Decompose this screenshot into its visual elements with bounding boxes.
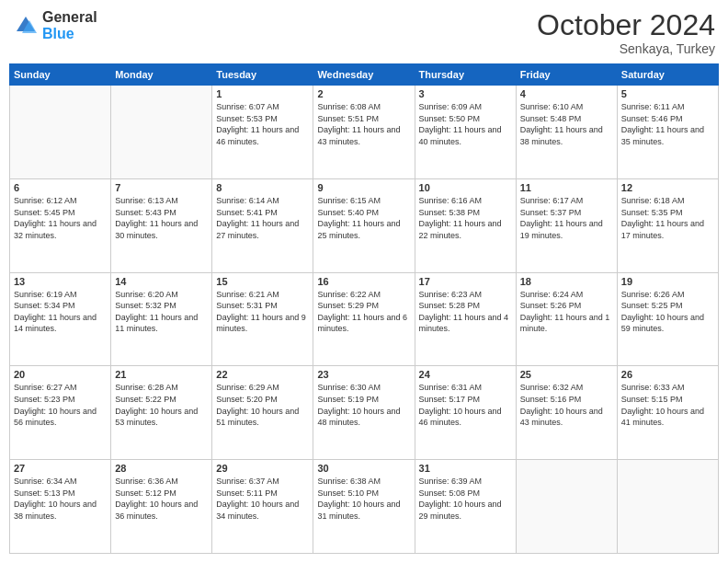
calendar-cell: 4Sunrise: 6:10 AM Sunset: 5:48 PM Daylig… <box>516 86 617 179</box>
cell-info: Sunrise: 6:32 AM Sunset: 5:16 PM Dayligh… <box>520 382 613 428</box>
cell-info: Sunrise: 6:12 AM Sunset: 5:45 PM Dayligh… <box>14 195 107 241</box>
cell-info: Sunrise: 6:19 AM Sunset: 5:34 PM Dayligh… <box>14 289 107 335</box>
cell-info: Sunrise: 6:27 AM Sunset: 5:23 PM Dayligh… <box>14 382 107 428</box>
day-number: 15 <box>216 276 309 287</box>
day-number: 23 <box>317 369 410 380</box>
calendar-cell: 9Sunrise: 6:15 AM Sunset: 5:40 PM Daylig… <box>313 178 415 272</box>
calendar-cell <box>516 460 617 554</box>
day-number: 13 <box>14 276 107 287</box>
weekday-header-wednesday: Wednesday <box>313 64 415 86</box>
cell-info: Sunrise: 6:37 AM Sunset: 5:11 PM Dayligh… <box>216 476 309 522</box>
cell-info: Sunrise: 6:26 AM Sunset: 5:25 PM Dayligh… <box>621 289 714 335</box>
weekday-header-sunday: Sunday <box>10 64 111 86</box>
calendar-cell <box>10 86 111 179</box>
day-number: 10 <box>419 182 512 193</box>
day-number: 5 <box>621 88 714 99</box>
cell-info: Sunrise: 6:15 AM Sunset: 5:40 PM Dayligh… <box>317 195 410 241</box>
day-number: 12 <box>621 182 714 193</box>
day-number: 4 <box>520 88 613 99</box>
calendar-cell: 16Sunrise: 6:22 AM Sunset: 5:29 PM Dayli… <box>313 272 415 366</box>
week-row-5: 27Sunrise: 6:34 AM Sunset: 5:13 PM Dayli… <box>10 460 719 554</box>
day-number: 26 <box>621 369 714 380</box>
day-number: 25 <box>520 369 613 380</box>
day-number: 8 <box>216 182 309 193</box>
logo-text: General Blue <box>42 9 97 41</box>
day-number: 2 <box>317 88 410 99</box>
weekday-header-friday: Friday <box>516 64 617 86</box>
cell-info: Sunrise: 6:34 AM Sunset: 5:13 PM Dayligh… <box>14 476 107 522</box>
cell-info: Sunrise: 6:17 AM Sunset: 5:37 PM Dayligh… <box>520 195 613 241</box>
calendar-cell: 23Sunrise: 6:30 AM Sunset: 5:19 PM Dayli… <box>313 366 415 460</box>
day-number: 9 <box>317 182 410 193</box>
cell-info: Sunrise: 6:10 AM Sunset: 5:48 PM Dayligh… <box>520 101 613 147</box>
title-block: October 2024 Senkaya, Turkey <box>537 9 715 56</box>
calendar-cell: 14Sunrise: 6:20 AM Sunset: 5:32 PM Dayli… <box>111 272 212 366</box>
cell-info: Sunrise: 6:36 AM Sunset: 5:12 PM Dayligh… <box>115 476 208 522</box>
cell-info: Sunrise: 6:30 AM Sunset: 5:19 PM Dayligh… <box>317 382 410 428</box>
month-title: October 2024 <box>537 9 715 41</box>
calendar-cell: 21Sunrise: 6:28 AM Sunset: 5:22 PM Dayli… <box>111 366 212 460</box>
calendar-cell: 17Sunrise: 6:23 AM Sunset: 5:28 PM Dayli… <box>415 272 516 366</box>
weekday-header-row: SundayMondayTuesdayWednesdayThursdayFrid… <box>10 64 719 86</box>
location-subtitle: Senkaya, Turkey <box>537 41 715 56</box>
cell-info: Sunrise: 6:28 AM Sunset: 5:22 PM Dayligh… <box>115 382 208 428</box>
calendar-cell: 11Sunrise: 6:17 AM Sunset: 5:37 PM Dayli… <box>516 178 617 272</box>
calendar-cell: 5Sunrise: 6:11 AM Sunset: 5:46 PM Daylig… <box>617 86 718 179</box>
calendar-cell: 27Sunrise: 6:34 AM Sunset: 5:13 PM Dayli… <box>10 460 111 554</box>
weekday-header-saturday: Saturday <box>617 64 718 86</box>
logo-icon <box>13 13 39 39</box>
day-number: 19 <box>621 276 714 287</box>
day-number: 21 <box>115 369 208 380</box>
cell-info: Sunrise: 6:09 AM Sunset: 5:50 PM Dayligh… <box>419 101 512 147</box>
week-row-4: 20Sunrise: 6:27 AM Sunset: 5:23 PM Dayli… <box>10 366 719 460</box>
week-row-1: 1Sunrise: 6:07 AM Sunset: 5:53 PM Daylig… <box>10 86 719 179</box>
weekday-header-monday: Monday <box>111 64 212 86</box>
cell-info: Sunrise: 6:08 AM Sunset: 5:51 PM Dayligh… <box>317 101 410 147</box>
cell-info: Sunrise: 6:21 AM Sunset: 5:31 PM Dayligh… <box>216 289 309 335</box>
logo-blue: Blue <box>42 26 97 42</box>
day-number: 27 <box>14 463 107 474</box>
calendar-cell: 30Sunrise: 6:38 AM Sunset: 5:10 PM Dayli… <box>313 460 415 554</box>
calendar-cell: 18Sunrise: 6:24 AM Sunset: 5:26 PM Dayli… <box>516 272 617 366</box>
calendar-cell <box>617 460 718 554</box>
calendar-cell: 25Sunrise: 6:32 AM Sunset: 5:16 PM Dayli… <box>516 366 617 460</box>
calendar-cell: 2Sunrise: 6:08 AM Sunset: 5:51 PM Daylig… <box>313 86 415 179</box>
day-number: 6 <box>14 182 107 193</box>
calendar-cell: 31Sunrise: 6:39 AM Sunset: 5:08 PM Dayli… <box>415 460 516 554</box>
day-number: 3 <box>419 88 512 99</box>
calendar-page: General Blue October 2024 Senkaya, Turke… <box>0 0 728 563</box>
calendar-cell: 28Sunrise: 6:36 AM Sunset: 5:12 PM Dayli… <box>111 460 212 554</box>
calendar-cell: 8Sunrise: 6:14 AM Sunset: 5:41 PM Daylig… <box>212 178 313 272</box>
cell-info: Sunrise: 6:11 AM Sunset: 5:46 PM Dayligh… <box>621 101 714 147</box>
calendar-cell: 13Sunrise: 6:19 AM Sunset: 5:34 PM Dayli… <box>10 272 111 366</box>
page-header: General Blue October 2024 Senkaya, Turke… <box>9 9 719 56</box>
calendar-cell: 10Sunrise: 6:16 AM Sunset: 5:38 PM Dayli… <box>415 178 516 272</box>
day-number: 11 <box>520 182 613 193</box>
day-number: 16 <box>317 276 410 287</box>
cell-info: Sunrise: 6:18 AM Sunset: 5:35 PM Dayligh… <box>621 195 714 241</box>
day-number: 17 <box>419 276 512 287</box>
calendar-cell: 24Sunrise: 6:31 AM Sunset: 5:17 PM Dayli… <box>415 366 516 460</box>
cell-info: Sunrise: 6:22 AM Sunset: 5:29 PM Dayligh… <box>317 289 410 335</box>
day-number: 7 <box>115 182 208 193</box>
calendar-cell: 6Sunrise: 6:12 AM Sunset: 5:45 PM Daylig… <box>10 178 111 272</box>
day-number: 20 <box>14 369 107 380</box>
day-number: 14 <box>115 276 208 287</box>
logo-general: General <box>42 9 97 26</box>
day-number: 18 <box>520 276 613 287</box>
calendar-cell: 26Sunrise: 6:33 AM Sunset: 5:15 PM Dayli… <box>617 366 718 460</box>
week-row-2: 6Sunrise: 6:12 AM Sunset: 5:45 PM Daylig… <box>10 178 719 272</box>
cell-info: Sunrise: 6:39 AM Sunset: 5:08 PM Dayligh… <box>419 476 512 522</box>
calendar-table: SundayMondayTuesdayWednesdayThursdayFrid… <box>9 63 719 554</box>
calendar-cell: 15Sunrise: 6:21 AM Sunset: 5:31 PM Dayli… <box>212 272 313 366</box>
day-number: 29 <box>216 463 309 474</box>
calendar-cell: 20Sunrise: 6:27 AM Sunset: 5:23 PM Dayli… <box>10 366 111 460</box>
calendar-cell: 22Sunrise: 6:29 AM Sunset: 5:20 PM Dayli… <box>212 366 313 460</box>
cell-info: Sunrise: 6:16 AM Sunset: 5:38 PM Dayligh… <box>419 195 512 241</box>
cell-info: Sunrise: 6:23 AM Sunset: 5:28 PM Dayligh… <box>419 289 512 335</box>
day-number: 22 <box>216 369 309 380</box>
cell-info: Sunrise: 6:20 AM Sunset: 5:32 PM Dayligh… <box>115 289 208 335</box>
day-number: 28 <box>115 463 208 474</box>
cell-info: Sunrise: 6:07 AM Sunset: 5:53 PM Dayligh… <box>216 101 309 147</box>
cell-info: Sunrise: 6:33 AM Sunset: 5:15 PM Dayligh… <box>621 382 714 428</box>
